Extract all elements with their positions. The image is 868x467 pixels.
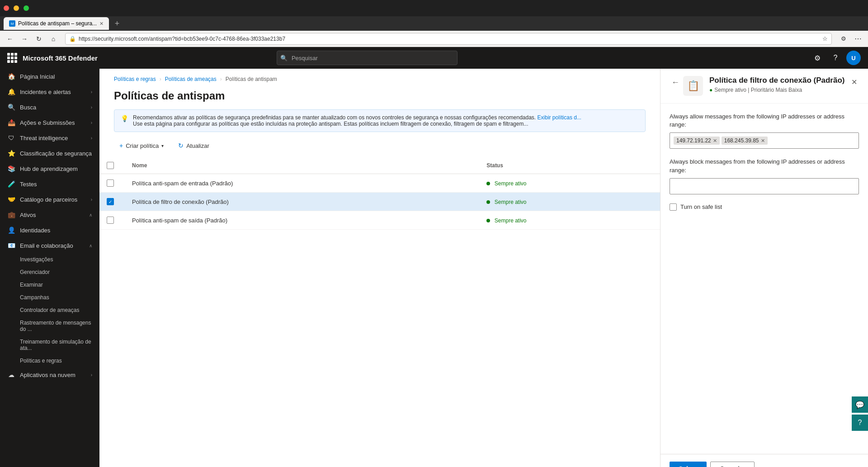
actions-icon: 📤 [7,118,15,127]
panel-header: ← 📋 Política de filtro de conexão (Padrã… [660,69,868,104]
sidebar-label-classification: Classificação de segurança [20,150,92,157]
sidebar-child-threat-ctrl[interactable]: Controlador de ameaças [0,304,99,316]
sidebar-item-identities[interactable]: 👤 Identidades [0,222,99,238]
float-help-btn[interactable]: ? [852,415,868,431]
chevron-actions: › [91,120,92,125]
user-avatar[interactable]: U [846,51,861,65]
sidebar-child-tracking[interactable]: Rastreamento de mensagens do ... [0,316,99,335]
block-ip-input[interactable] [670,178,859,194]
sidebar-item-email[interactable]: 📧 Email e colaboração ∧ [0,238,99,253]
safe-list-checkbox[interactable] [670,203,677,211]
panel-title: Política de filtro de conexão (Padrão) [709,76,844,85]
address-bar-icons: ☆ [822,35,828,42]
sidebar-label-cloud-apps: Aplicativos na nuvem [20,372,86,378]
sidebar-item-assets[interactable]: 💼 Ativos ∧ [0,207,99,222]
sidebar-child-examine[interactable]: Examinar [0,278,99,291]
panel-body: Always allow messages from the following… [660,104,868,454]
breadcrumb-link-1[interactable]: Políticas e regras [114,76,156,82]
star-icon[interactable]: ☆ [822,35,828,42]
table-row[interactable]: Política anti-spam de entrada (Padrão) S… [99,174,660,193]
header-search-input[interactable] [277,51,458,65]
sidebar-label-identities: Identidades [20,227,92,234]
page-title: Políticas de antispam [99,86,660,109]
sidebar-label-incidents: Incidentes e alertas [20,89,86,95]
lock-icon: 🔒 [69,36,76,42]
alert-icon: 💡 [121,115,128,122]
sidebar-item-classification[interactable]: ⭐ Classificação de segurança [0,146,99,161]
sidebar-child-policies[interactable]: Políticas e regras [0,354,99,367]
create-policy-btn[interactable]: + Criar política ▾ [114,139,169,152]
more-btn[interactable]: ⋯ [852,33,864,45]
settings-btn[interactable]: ⚙ [810,51,825,65]
sidebar-child-campaigns[interactable]: Campanhas [0,291,99,304]
refresh-btn[interactable]: ↻ [33,33,45,45]
sidebar-item-learning[interactable]: 📚 Hub de aprendizagem [0,161,99,176]
alert-link[interactable]: Exibir políticas d... [538,114,581,121]
simulation-label: Treinamento de simulação de ata... [20,339,92,351]
cancel-button[interactable]: Cancelar [710,462,755,467]
sidebar-item-search[interactable]: 🔍 Busca › [0,99,99,115]
alert-sub-text: Use esta página para configurar as polít… [133,121,528,127]
row-checkbox[interactable] [107,179,114,187]
url-text: https://security.microsoft.com/antispam?… [79,36,285,42]
create-policy-label: Criar política [126,142,159,149]
browser-maximize-btn[interactable] [24,5,29,11]
browser-close-btn[interactable] [4,5,9,11]
new-tab-btn[interactable]: + [111,17,123,30]
alert-text-container: Recomendamos ativar as políticas de segu… [133,114,581,127]
sidebar-label-catalog: Catálogo de parceiros [20,196,86,203]
row-checkbox[interactable] [107,217,114,224]
sidebar-item-catalog[interactable]: 🤝 Catálogo de parceiros › [0,192,99,207]
investigations-label: Investigações [20,256,53,263]
home-icon: 🏠 [7,72,15,80]
forward-btn[interactable]: → [18,33,31,45]
sidebar-label-actions: Ações e Submissões [20,119,86,126]
back-btn[interactable]: ← [4,33,16,45]
help-btn[interactable]: ? [828,51,843,65]
classification-icon: ⭐ [7,149,15,157]
table-row[interactable]: Política de filtro de conexão (Padrão) S… [99,193,660,211]
sidebar-item-tests[interactable]: 🧪 Testes [0,176,99,192]
home-btn[interactable]: ⌂ [47,33,60,45]
table-actions: + Criar política ▾ ↻ Atualizar [99,139,660,157]
refresh-icon: ↻ [178,142,184,149]
save-button[interactable]: Salvar [670,462,707,467]
tab-close-btn[interactable]: ✕ [99,21,104,27]
sidebar-child-management[interactable]: Gerenciador [0,266,99,278]
sidebar-item-threat-intel[interactable]: 🛡 Threat intelligence › [0,130,99,146]
waffle-menu[interactable] [7,53,17,63]
sidebar-label-threat: Threat intelligence [20,135,86,142]
refresh-label: Atualizar [186,142,209,149]
table-row[interactable]: Política anti-spam de saída (Padrão) Sem… [99,211,660,230]
panel-icon: 📋 [683,76,703,96]
refresh-btn-table[interactable]: ↻ Atualizar [173,139,215,152]
ip-tag: 168.245.39.85✕ [722,137,768,145]
ip-tag-remove[interactable]: ✕ [713,138,717,144]
breadcrumb-link-2[interactable]: Políticas de ameaças [165,76,217,82]
select-all-checkbox[interactable] [107,162,114,169]
sidebar-item-incidents[interactable]: 🔔 Incidentes e alertas › [0,84,99,99]
browser-minimize-btn[interactable] [14,5,19,11]
right-panel: ← 📋 Política de filtro de conexão (Padrã… [660,69,868,467]
panel-back-btn[interactable]: ← [670,76,681,89]
ip-tag-remove[interactable]: ✕ [761,138,765,144]
breadcrumb-current: Políticas de antispam [226,76,277,82]
sidebar-item-cloud-apps[interactable]: ☁ Aplicativos na nuvem › [0,367,99,382]
sidebar-item-actions[interactable]: 📤 Ações e Submissões › [0,115,99,130]
col-status: Status [472,157,660,174]
address-bar[interactable]: 🔒 https://security.microsoft.com/antispa… [65,33,832,45]
active-tab[interactable]: M Políticas de antispam – segura... ✕ [4,17,109,30]
sidebar-item-home[interactable]: 🏠 Página Inicial [0,69,99,84]
row-checkbox[interactable] [107,198,114,205]
allow-ip-input[interactable]: 149.72.191.22✕168.245.39.85✕ [670,132,859,149]
extensions-btn[interactable]: ⚙ [837,33,850,45]
catalog-icon: 🤝 [7,195,15,203]
sidebar-child-investigations[interactable]: Investigações [0,253,99,266]
sidebar-label-search: Busca [20,104,86,111]
policies-label: Políticas e regras [20,358,62,364]
sidebar-child-simulation[interactable]: Treinamento de simulação de ata... [0,335,99,354]
panel-close-btn[interactable]: ✕ [849,76,859,88]
float-chat-btn[interactable]: 💬 [852,396,868,413]
incidents-icon: 🔔 [7,88,15,96]
sidebar-label-learning: Hub de aprendizagem [20,165,92,172]
